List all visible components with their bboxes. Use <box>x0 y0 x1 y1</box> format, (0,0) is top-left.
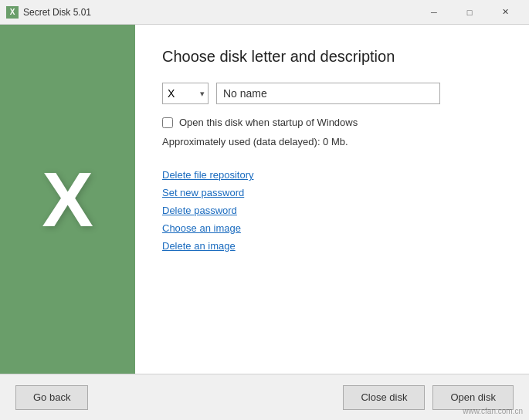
sidebar: X <box>0 25 135 374</box>
footer: Go back Close disk Open disk <box>0 374 529 420</box>
content-panel: Choose disk letter and description X ABC… <box>135 25 529 374</box>
delete-password-link[interactable]: Delete password <box>162 205 237 216</box>
close-disk-button[interactable]: Close disk <box>343 385 425 410</box>
maximize-button[interactable]: □ <box>452 0 487 25</box>
delete-image-link[interactable]: Delete an image <box>162 240 236 252</box>
disk-letter-select[interactable]: X ABCD EFGH IJKL MNOP QRST UVWYZ <box>162 83 209 104</box>
window-controls: ─ □ ✕ <box>416 0 523 25</box>
startup-checkbox[interactable] <box>162 117 173 128</box>
close-button[interactable]: ✕ <box>487 0 523 25</box>
watermark: www.cfan.com.cn <box>463 407 523 415</box>
page-title: Choose disk letter and description <box>162 48 502 66</box>
choose-image-link[interactable]: Choose an image <box>162 222 241 234</box>
startup-checkbox-row: Open this disk when startup of Windows <box>162 117 502 128</box>
app-title: Secret Disk 5.01 <box>23 7 416 18</box>
app-icon: X <box>6 6 19 19</box>
usage-info: Approximately used (data delayed): 0 Mb. <box>162 136 502 147</box>
set-new-password-link[interactable]: Set new password <box>162 187 244 198</box>
go-back-button[interactable]: Go back <box>15 385 88 410</box>
disk-letter-wrapper: X ABCD EFGH IJKL MNOP QRST UVWYZ <box>162 83 209 104</box>
open-disk-button[interactable]: Open disk <box>432 385 514 410</box>
sidebar-logo: X <box>42 161 93 238</box>
delete-file-repository-link[interactable]: Delete file repository <box>162 169 254 181</box>
action-links: Delete file repository Set new password … <box>162 169 502 252</box>
footer-right-buttons: Close disk Open disk <box>343 385 514 410</box>
disk-config-row: X ABCD EFGH IJKL MNOP QRST UVWYZ <box>162 83 502 104</box>
main-area: X Choose disk letter and description X A… <box>0 25 529 374</box>
startup-checkbox-label[interactable]: Open this disk when startup of Windows <box>179 117 358 128</box>
title-bar: X Secret Disk 5.01 ─ □ ✕ <box>0 0 529 25</box>
disk-name-input[interactable] <box>216 83 440 104</box>
minimize-button[interactable]: ─ <box>416 0 452 25</box>
